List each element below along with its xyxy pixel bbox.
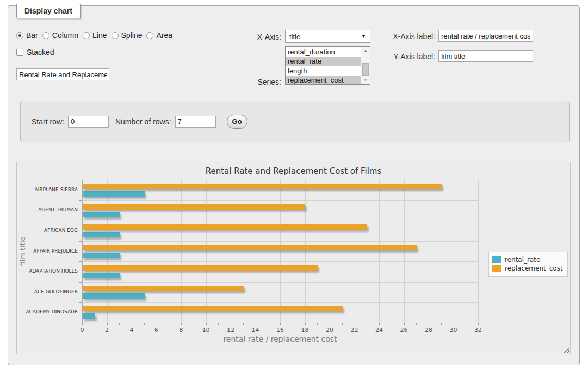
x-axis-tick — [119, 323, 120, 325]
x-axis-tick — [466, 323, 466, 325]
x-tick-label: 0 — [81, 327, 84, 334]
x-axis-select[interactable]: title ▼ — [285, 30, 370, 43]
gridline-vertical — [82, 180, 83, 323]
bar-replacement_cost — [83, 286, 244, 291]
gridline-horizontal — [82, 180, 478, 180]
x-axis-tick — [293, 323, 293, 325]
series-option-replacement_cost[interactable]: replacement_cost — [286, 76, 361, 85]
x-axis-tick — [132, 323, 132, 325]
series-option-rental_rate[interactable]: rental_rate — [286, 57, 361, 66]
radio-icon[interactable] — [146, 32, 153, 39]
y-axis-tick — [79, 200, 82, 201]
gridline-vertical — [107, 180, 108, 323]
y-category-label: ACADEMY DINOSAUR — [17, 309, 78, 315]
bar-replacement_cost — [83, 265, 318, 271]
y-axis-tick — [79, 282, 82, 283]
gridline-vertical — [355, 180, 355, 323]
chart-type-radio-line[interactable]: Line — [83, 31, 107, 40]
chart-type-radio-bar[interactable]: Bar — [16, 31, 38, 40]
scrollbar-thumb[interactable] — [362, 63, 369, 76]
x-axis-tick — [243, 323, 244, 325]
x-axis-tick — [206, 323, 207, 325]
x-axis-label-input[interactable] — [438, 30, 533, 42]
bar-rental_rate — [83, 191, 145, 197]
listbox-scrollbar[interactable]: ▲ ▼ — [361, 47, 370, 84]
bar-rental_rate — [83, 293, 145, 299]
gridline-vertical — [280, 180, 281, 323]
x-tick-label: 4 — [130, 327, 134, 334]
gridline-vertical — [379, 180, 380, 323]
y-axis-tick — [79, 180, 82, 180]
chart-type-radio-spline[interactable]: Spline — [112, 31, 143, 40]
x-axis-tick — [478, 323, 479, 325]
scroll-down-arrow-icon[interactable]: ▼ — [361, 76, 370, 84]
series-multiselect[interactable]: rental_durationrental_ratelengthreplacem… — [285, 46, 370, 85]
legend-label: rental_rate — [505, 256, 540, 264]
x-tick-label: 32 — [474, 327, 482, 334]
series-label: Series: — [228, 78, 281, 86]
scroll-up-arrow-icon[interactable]: ▲ — [361, 47, 370, 55]
y-axis-tick — [79, 302, 82, 303]
y-category-label: AGENT TRUMAN — [17, 207, 78, 212]
x-axis-title: rental rate / replacement cost — [82, 335, 478, 343]
gridline-vertical — [206, 180, 207, 323]
x-axis-tick — [379, 323, 380, 325]
bar-rental_rate — [83, 313, 95, 319]
start-row-input[interactable] — [68, 116, 109, 128]
number-of-rows-input[interactable] — [175, 116, 216, 128]
x-axis-tick — [107, 323, 108, 325]
gridline-vertical — [256, 180, 256, 323]
x-tick-label: 26 — [400, 327, 408, 334]
x-tick-label: 22 — [351, 327, 358, 334]
chart-type-radio-column[interactable]: Column — [42, 31, 78, 40]
go-button[interactable]: Go — [227, 115, 247, 129]
resize-handle-icon[interactable] — [562, 346, 569, 353]
bar-rental_rate — [83, 232, 120, 237]
chart-type-radio-group: BarColumnLineSplineArea — [16, 31, 177, 40]
radio-label: Line — [92, 31, 107, 40]
gridline-vertical — [231, 180, 231, 323]
x-axis-tick — [256, 323, 256, 325]
x-axis-tick — [330, 323, 330, 325]
bar-rental_rate — [83, 253, 120, 258]
x-axis-label-label: X-Axis label: — [379, 32, 435, 41]
gridline-horizontal — [82, 282, 478, 283]
x-axis-tick — [355, 323, 355, 325]
legend-swatch-icon — [492, 265, 501, 272]
x-axis-tick — [194, 323, 194, 325]
radio-label: Column — [52, 31, 78, 40]
x-axis-tick — [144, 323, 145, 325]
x-axis-tick — [305, 323, 306, 325]
radio-icon[interactable] — [16, 32, 23, 39]
gridline-vertical — [157, 180, 157, 323]
radio-icon[interactable] — [42, 32, 49, 39]
fieldset-legend: Display chart — [16, 4, 81, 18]
x-axis-tick — [218, 323, 219, 325]
y-axis-tick — [79, 221, 82, 221]
y-axis-label-input[interactable] — [438, 50, 533, 62]
bar-replacement_cost — [83, 184, 442, 189]
x-axis-tick — [454, 323, 454, 325]
series-option-rental_duration[interactable]: rental_duration — [286, 47, 361, 57]
chevron-down-icon: ▼ — [361, 34, 366, 39]
gridline-vertical — [429, 180, 429, 323]
bar-rental_rate — [83, 212, 120, 217]
chart-title-input[interactable] — [16, 68, 109, 80]
x-axis-tick — [392, 323, 392, 325]
radio-icon[interactable] — [83, 32, 90, 39]
y-category-label: ADAPTATION HOLES — [17, 268, 78, 274]
x-axis-tick — [404, 323, 405, 325]
stacked-checkbox-row[interactable]: Stacked — [16, 48, 54, 57]
gridline-vertical — [305, 180, 306, 323]
x-axis-tick — [181, 323, 182, 325]
stacked-checkbox[interactable] — [16, 49, 23, 56]
legend-item-rental_rate: rental_rate — [492, 256, 563, 264]
legend-item-replacement_cost: replacement_cost — [492, 265, 563, 272]
fieldset-legend-text: Display chart — [24, 7, 72, 15]
y-category-label: AFRICAN EGG — [17, 228, 78, 233]
radio-icon[interactable] — [112, 32, 119, 39]
x-axis-tick — [416, 323, 417, 325]
chart-type-radio-area[interactable]: Area — [146, 31, 172, 40]
series-option-length[interactable]: length — [286, 66, 361, 76]
x-axis-tick — [231, 323, 231, 325]
